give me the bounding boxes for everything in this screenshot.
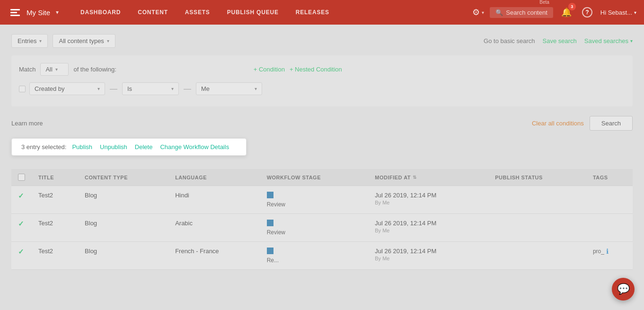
condition-row-0: Created by ▾ — Is ▾ — Me ▾ (19, 82, 625, 95)
stage-icon (267, 192, 273, 198)
user-menu-button[interactable]: Hi Sebast... ▾ (600, 9, 636, 16)
search-button[interactable]: Search (590, 116, 633, 131)
logo-icon (8, 5, 23, 20)
chat-button[interactable]: 💬 (612, 278, 635, 301)
condition-operator-dropdown-0[interactable]: Is ▾ (122, 82, 179, 95)
row-publish-status-2 (488, 242, 586, 270)
settings-button[interactable]: ⚙ ▾ (472, 7, 484, 18)
nav-releases[interactable]: RELEASES (287, 0, 338, 25)
gear-icon: ⚙ (472, 7, 480, 18)
condition-field-dropdown-0[interactable]: Created by ▾ (29, 82, 105, 95)
chat-icon: 💬 (617, 283, 630, 295)
row-content-type-0: Blog (78, 186, 168, 214)
row-checked-icon[interactable]: ✓ (18, 192, 24, 200)
row-title-0[interactable]: Test2 (32, 186, 78, 214)
th-content-type: CONTENT TYPE (78, 169, 168, 186)
nav-links: DASHBOARD CONTENT ASSETS PUBLISH QUEUE R… (72, 0, 472, 25)
bulk-delete-button[interactable]: Delete (135, 143, 160, 151)
info-icon[interactable]: ℹ (606, 248, 609, 255)
add-nested-condition-button[interactable]: + Nested Condition (290, 66, 342, 73)
user-label: Hi Sebast... (600, 9, 632, 16)
row-check-cell-0: ✓ (11, 186, 32, 214)
entries-filter-dropdown[interactable]: Entries ▾ (11, 34, 48, 48)
bottom-row: Learn more Clear all conditions Search (11, 116, 633, 131)
modified-date: Jul 26 2019, 12:14 PM (375, 248, 482, 255)
select-all-checkbox[interactable] (18, 174, 25, 181)
tag-text: pro_ (593, 248, 604, 255)
row-title-1[interactable]: Test2 (32, 214, 78, 242)
row-title-2[interactable]: Test2 (32, 242, 78, 270)
add-condition-button[interactable]: + Condition (254, 66, 285, 73)
search-box[interactable]: 🔍 Search content (490, 7, 553, 18)
row-workflow-2: Re... (260, 242, 369, 270)
bulk-unpublish-button[interactable]: Unpublish (100, 143, 135, 151)
condition-value-label-0: Me (201, 85, 210, 92)
row-checked-icon[interactable]: ✓ (18, 248, 24, 256)
row-workflow-0: Review (260, 186, 369, 214)
modified-by: By Me (375, 228, 482, 233)
modified-date: Jul 26 2019, 12:14 PM (375, 192, 482, 199)
nav-content[interactable]: CONTENT (129, 0, 176, 25)
stage-label: Review (267, 201, 362, 208)
condition-checkbox-0[interactable] (19, 86, 26, 92)
stage-label: Re... (267, 257, 362, 264)
bulk-action-bar: 3 entry selected: Publish Unpublish Dele… (11, 138, 247, 156)
nav-dashboard[interactable]: DASHBOARD (72, 0, 129, 25)
search-wrapper: Beta 🔍 Search content (490, 7, 553, 18)
search-icon: 🔍 (495, 9, 503, 16)
bulk-selection-label: 3 entry selected: (21, 143, 66, 151)
row-publish-status-0 (488, 186, 586, 214)
row-language-1: Arabic (168, 214, 260, 242)
bulk-action-wrapper: 3 entry selected: Publish Unpublish Dele… (11, 138, 633, 163)
search-header: Entries ▾ All content types ▾ Go to basi… (11, 34, 633, 48)
user-chevron: ▾ (634, 10, 636, 15)
th-modified-at: MODIFIED AT ⇅ (368, 169, 488, 186)
row-tags-0 (586, 186, 633, 214)
bulk-publish-button[interactable]: Publish (72, 143, 100, 151)
row-check-cell-1: ✓ (11, 214, 32, 242)
match-value-dropdown[interactable]: All ▾ (40, 63, 69, 76)
match-label: Match (19, 66, 35, 73)
help-icon: ? (582, 7, 592, 18)
condition-value-chevron-icon: ▾ (255, 86, 257, 91)
save-search-button[interactable]: Save search (543, 37, 577, 44)
row-tags-2: pro_ ℹ (586, 242, 633, 270)
notifications-button[interactable]: 🔔 3 (559, 5, 574, 20)
bottom-right-actions: Clear all conditions Search (532, 116, 633, 131)
results-table: TITLE CONTENT TYPE LANGUAGE WORKFLOW STA… (11, 169, 633, 270)
site-dropdown-chevron[interactable]: ▾ (56, 9, 59, 16)
row-language-2: French - France (168, 242, 260, 270)
top-navigation: My Site ▾ DASHBOARD CONTENT ASSETS PUBLI… (0, 0, 644, 25)
settings-chevron: ▾ (482, 10, 484, 15)
content-type-filter-dropdown[interactable]: All content types ▾ (53, 34, 115, 48)
nav-publish-queue[interactable]: PUBLISH QUEUE (219, 0, 287, 25)
row-checked-icon[interactable]: ✓ (18, 220, 24, 228)
clear-all-button[interactable]: Clear all conditions (532, 120, 584, 127)
main-content: Entries ▾ All content types ▾ Go to basi… (0, 25, 644, 310)
stage-label: Review (267, 229, 362, 236)
site-name: My Site (26, 9, 50, 17)
th-language: LANGUAGE (168, 169, 260, 186)
modified-at-sort-icon[interactable]: ⇅ (413, 175, 417, 180)
workflow-stage-cell: Review (267, 192, 362, 208)
match-chevron-icon: ▾ (55, 67, 58, 72)
row-check-cell-2: ✓ (11, 242, 32, 270)
learn-more-link[interactable]: Learn more (11, 120, 43, 127)
condition-dash-0: — (110, 85, 117, 93)
condition-value-dropdown-0[interactable]: Me ▾ (196, 82, 262, 95)
row-content-type-2: Blog (78, 242, 168, 270)
entries-chevron-icon: ▾ (39, 38, 42, 44)
condition-field-chevron-icon: ▾ (97, 86, 100, 91)
th-tags: TAGS (586, 169, 633, 186)
modified-by: By Me (375, 200, 482, 205)
th-workflow-stage: WORKFLOW STAGE (260, 169, 369, 186)
nav-right-actions: ⚙ ▾ Beta 🔍 Search content 🔔 3 ? Hi Sebas… (472, 5, 636, 20)
nav-assets[interactable]: ASSETS (176, 0, 219, 25)
bulk-change-workflow-button[interactable]: Change Workflow Details (160, 143, 237, 151)
table-row: ✓Test2BlogFrench - France Re... Jul 26 2… (11, 242, 633, 270)
row-publish-status-1 (488, 214, 586, 242)
saved-searches-button[interactable]: Saved searches ▾ (584, 37, 633, 44)
goto-basic-search-link[interactable]: Go to basic search (484, 37, 535, 44)
modified-by: By Me (375, 256, 482, 261)
help-button[interactable]: ? (580, 5, 595, 20)
